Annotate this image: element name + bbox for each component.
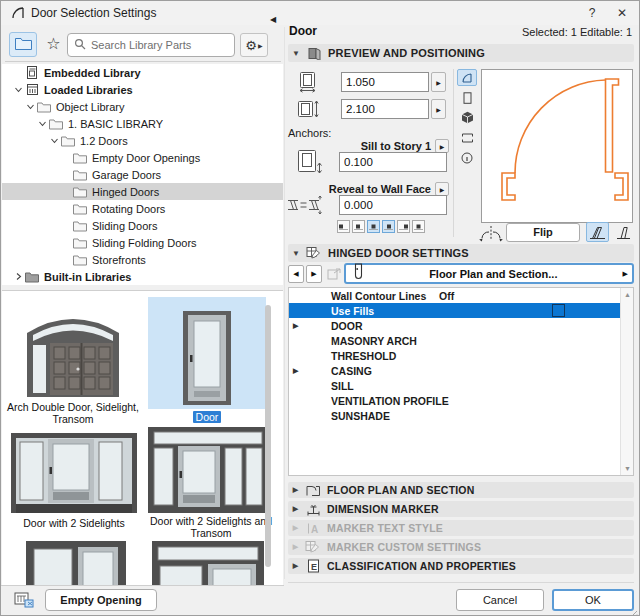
- library-part-icon[interactable]: [9, 590, 41, 611]
- tree-item-loaded-libraries[interactable]: Loaded Libraries: [2, 81, 283, 98]
- section-floor-plan-and-section[interactable]: ▶FLOOR PLAN AND SECTION: [288, 482, 634, 498]
- floor-plan-icon: [303, 484, 323, 497]
- search-box[interactable]: [67, 33, 235, 57]
- chevron-right-icon[interactable]: [12, 272, 24, 281]
- folder-view-button[interactable]: [9, 32, 37, 57]
- transfer-settings-icon: [327, 266, 343, 285]
- height-flyout-arrow[interactable]: ▶: [431, 99, 446, 119]
- tree-item-sliding-folding-doors[interactable]: Sliding Folding Doors: [2, 234, 283, 251]
- resize-grip[interactable]: [629, 605, 638, 614]
- scroll-down-icon[interactable]: ▼: [621, 465, 634, 472]
- settings-gear-button[interactable]: ⚙▶: [240, 33, 268, 57]
- preview-3d-icon[interactable]: [457, 109, 477, 126]
- tree-item-hinged-doors[interactable]: Hinged Doors: [2, 183, 283, 200]
- parameter-scrollbar[interactable]: ▲ ▼: [620, 288, 633, 475]
- thumbnail-scrollbar[interactable]: [265, 305, 271, 567]
- thumbnail-door[interactable]: [148, 301, 266, 405]
- mirror-icon[interactable]: [478, 224, 504, 242]
- tree-item-rotating-doors[interactable]: Rotating Doors: [2, 200, 283, 217]
- reveal-field[interactable]: [339, 195, 447, 215]
- sill-field[interactable]: [339, 152, 447, 172]
- folder-icon: [60, 135, 76, 147]
- thumbnail-partial-5[interactable]: [150, 541, 266, 585]
- width-field[interactable]: [341, 72, 429, 92]
- tree-item-built-in-libraries[interactable]: Built-in Libraries: [2, 268, 283, 285]
- svg-text:E: E: [311, 562, 317, 572]
- favorites-star-icon[interactable]: ☆: [42, 32, 65, 56]
- param-row-use-fills[interactable]: Use Fills: [289, 303, 621, 318]
- tree-item-object-library[interactable]: Object Library: [2, 98, 283, 115]
- swing-angle-closed-icon[interactable]: [612, 222, 635, 242]
- param-value: Off: [439, 290, 454, 302]
- ok-button[interactable]: OK: [552, 589, 634, 611]
- param-row-sunshade[interactable]: SUNSHADE: [289, 408, 621, 423]
- param-label: THRESHOLD: [331, 350, 396, 362]
- tree-item-empty-door-openings[interactable]: Empty Door Openings: [2, 149, 283, 166]
- preview-plan-icon[interactable]: [457, 69, 477, 86]
- height-field[interactable]: [341, 99, 429, 119]
- empty-opening-button[interactable]: Empty Opening: [45, 589, 157, 611]
- help-button[interactable]: ?: [579, 1, 605, 25]
- chevron-down-icon[interactable]: [12, 85, 24, 94]
- chevron-down-icon[interactable]: [48, 136, 60, 145]
- tree-item-1-basic-library[interactable]: 1. BASIC LIBRARY: [2, 115, 283, 132]
- cancel-button[interactable]: Cancel: [456, 589, 544, 611]
- param-checkbox[interactable]: [552, 304, 565, 317]
- width-flyout-arrow[interactable]: ▶: [431, 72, 446, 92]
- reveal-anchor-icon: [286, 195, 322, 215]
- tree-item-sliding-doors[interactable]: Sliding Doors: [2, 217, 283, 234]
- anchor-center-icon[interactable]: [367, 220, 380, 233]
- page-selector-label: Floor Plan and Section...: [364, 268, 623, 280]
- tree-item-1-2-doors[interactable]: 1.2 Doors: [2, 132, 283, 149]
- section-classification-and-properties[interactable]: ▶ECLASSIFICATION AND PROPERTIES: [288, 558, 634, 574]
- flip-button[interactable]: Flip: [506, 223, 580, 242]
- thumbnail-door-with-2-sidelights[interactable]: [8, 427, 140, 513]
- folder-icon: [72, 254, 88, 266]
- tree-item-embedded-library[interactable]: Embedded Library: [2, 64, 283, 81]
- preview-info-icon[interactable]: [457, 149, 477, 166]
- anchor-outside-face-icon[interactable]: [337, 220, 350, 233]
- section-preview-and-positioning[interactable]: ▼ PREVIEW AND POSITIONING: [288, 44, 634, 62]
- reveal-anchor-flyout-arrow[interactable]: ▶: [435, 182, 449, 196]
- door-preview[interactable]: [481, 69, 633, 223]
- section-hinged-door-settings[interactable]: ▼ HINGED DOOR SETTINGS: [288, 244, 634, 262]
- param-row-masonry-arch[interactable]: MASONRY ARCH: [289, 333, 621, 348]
- settings-page-selector[interactable]: Floor Plan and Section... ▶: [344, 263, 634, 284]
- sill-anchor-flyout-arrow[interactable]: ▶: [435, 139, 449, 153]
- thumbnail-door-with-2-sidelights-and-transom[interactable]: [142, 425, 274, 513]
- swing-angle-open-icon[interactable]: [586, 222, 609, 242]
- param-row-casing[interactable]: ▶CASING: [289, 363, 621, 378]
- preview-section-icon[interactable]: [457, 129, 477, 146]
- param-row-sill[interactable]: SILL: [289, 378, 621, 393]
- param-row-ventilation-profile[interactable]: VENTILATION PROFILE: [289, 393, 621, 408]
- chevron-right-icon[interactable]: ▶: [293, 367, 303, 375]
- chevron-down-icon: ▼: [288, 49, 304, 58]
- section-dimension-marker[interactable]: ▶DIMENSION MARKER: [288, 501, 634, 517]
- thumbnail-arch-double-door-sidelight-transom[interactable]: [14, 299, 132, 399]
- close-button[interactable]: ✕: [609, 1, 635, 25]
- chevron-down-icon[interactable]: [36, 119, 48, 128]
- param-row-threshold[interactable]: THRESHOLD: [289, 348, 621, 363]
- chevron-right-icon: ▶: [288, 524, 303, 532]
- chevron-down-icon[interactable]: [24, 102, 36, 111]
- search-input[interactable]: [91, 39, 221, 51]
- collapse-panel-icon[interactable]: ◀: [270, 15, 276, 24]
- param-row-door[interactable]: ▶DOOR: [289, 318, 621, 333]
- chevron-right-icon[interactable]: ▶: [293, 322, 303, 330]
- section-marker-custom-settings: ▶MARKER CUSTOM SETTINGS: [288, 539, 634, 555]
- param-row-wall-contour-lines[interactable]: Wall Contour LinesOff: [289, 288, 621, 303]
- thumbnail-partial-4[interactable]: [24, 541, 128, 585]
- anchor-custom-icon[interactable]: [412, 220, 425, 233]
- tree-item-garage-doors[interactable]: Garage Doors: [2, 166, 283, 183]
- anchor-core-outside-icon[interactable]: [352, 220, 365, 233]
- preview-elevation-icon[interactable]: [457, 89, 477, 106]
- door-width-icon: [296, 71, 321, 93]
- scroll-up-icon[interactable]: ▲: [621, 291, 634, 298]
- previous-page-button[interactable]: ◀: [288, 265, 304, 283]
- anchor-core-inside-icon[interactable]: [382, 220, 395, 233]
- anchor-inside-face-icon[interactable]: [397, 220, 410, 233]
- section-title: DIMENSION MARKER: [327, 503, 439, 515]
- collapsed-sections: ▶FLOOR PLAN AND SECTION▶DIMENSION MARKER…: [288, 482, 634, 574]
- next-page-button[interactable]: ▶: [306, 265, 322, 283]
- tree-item-storefronts[interactable]: Storefronts: [2, 251, 283, 268]
